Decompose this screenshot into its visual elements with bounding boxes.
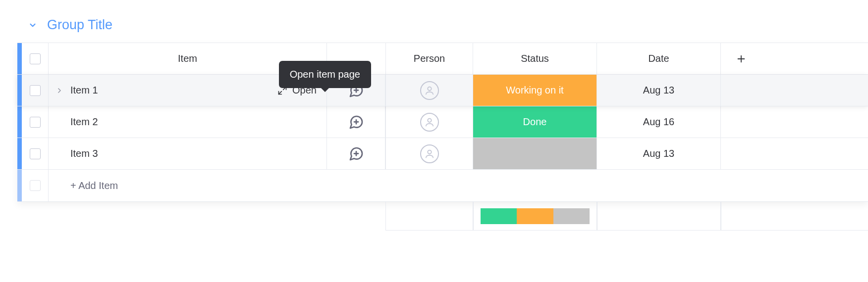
extra-summary-cell — [721, 202, 868, 231]
expand-subitems-icon[interactable] — [55, 87, 63, 94]
empty-cell — [721, 75, 868, 106]
date-cell[interactable]: Aug 13 — [597, 75, 721, 106]
collapse-group-icon[interactable] — [28, 21, 37, 30]
person-avatar-empty[interactable] — [420, 144, 439, 163]
empty-cell — [721, 106, 868, 138]
status-cell[interactable]: Working on it — [473, 75, 597, 106]
date-summary-cell[interactable] — [597, 202, 721, 231]
item-name-cell[interactable]: Item 1 Open item page Open — [49, 75, 327, 106]
add-item-row[interactable]: + Add Item — [17, 170, 868, 201]
group-header[interactable]: Group Title — [17, 17, 868, 33]
open-item-button[interactable]: Open item page Open — [277, 85, 317, 96]
person-cell[interactable] — [385, 138, 473, 169]
row-select-cell — [22, 170, 49, 201]
status-distribution-bar — [481, 208, 590, 224]
group-color-bar — [17, 138, 22, 169]
add-column-button[interactable] — [721, 43, 868, 74]
board-group: Group Title Item Person Status Date — [0, 0, 868, 231]
status-cell[interactable]: Done — [473, 106, 597, 138]
add-conversation-icon — [348, 146, 364, 162]
conversation-cell[interactable] — [327, 138, 385, 169]
person-cell[interactable] — [385, 75, 473, 106]
group-title[interactable]: Group Title — [47, 17, 112, 33]
svg-line-3 — [279, 91, 282, 94]
plus-icon — [736, 53, 747, 64]
column-header-item-label: Item — [178, 53, 197, 64]
tooltip: Open item page — [279, 61, 371, 88]
item-name[interactable]: Item 2 — [70, 116, 98, 128]
svg-point-12 — [428, 150, 431, 153]
status-seg-working — [517, 208, 553, 224]
add-item-label: + Add Item — [70, 180, 118, 191]
group-color-bar — [17, 75, 22, 106]
person-avatar-empty[interactable] — [420, 81, 439, 100]
group-color-bar — [17, 43, 22, 74]
item-name[interactable]: Item 1 — [70, 85, 98, 96]
table-row[interactable]: Item 1 Open item page Open Working on i — [17, 75, 868, 106]
add-item-input[interactable]: + Add Item — [49, 170, 868, 201]
table-row[interactable]: Item 2 Done Aug 16 — [17, 106, 868, 138]
group-color-bar — [17, 106, 22, 138]
date-value: Aug 13 — [643, 148, 674, 159]
svg-point-9 — [428, 118, 431, 122]
svg-point-6 — [428, 87, 431, 90]
status-summary-cell[interactable] — [473, 202, 597, 231]
row-checkbox — [30, 180, 41, 191]
person-icon — [424, 85, 435, 96]
row-select-cell[interactable] — [22, 138, 49, 169]
column-header-date-label: Date — [648, 53, 669, 64]
column-header-person-label: Person — [414, 53, 445, 64]
status-label: Done — [523, 116, 547, 128]
column-header-person[interactable]: Person — [385, 43, 473, 74]
person-icon — [424, 117, 435, 128]
status-cell[interactable] — [473, 138, 597, 169]
date-cell[interactable]: Aug 13 — [597, 138, 721, 169]
select-all-cell[interactable] — [22, 43, 49, 74]
person-cell[interactable] — [385, 106, 473, 138]
select-all-checkbox[interactable] — [30, 53, 41, 64]
status-seg-blank — [553, 208, 590, 224]
group-table: Item Person Status Date — [17, 43, 868, 202]
table-row[interactable]: Item 3 Aug 13 — [17, 138, 868, 170]
date-value: Aug 16 — [643, 116, 674, 128]
status-label: Working on it — [506, 85, 563, 96]
column-summary-row — [17, 202, 868, 231]
column-header-row: Item Person Status Date — [17, 43, 868, 75]
group-color-bar — [17, 170, 22, 201]
person-avatar-empty[interactable] — [420, 113, 439, 132]
column-header-status[interactable]: Status — [473, 43, 597, 74]
person-icon — [424, 148, 435, 159]
item-name-cell[interactable]: Item 2 — [49, 106, 327, 138]
person-summary-cell[interactable] — [385, 202, 473, 231]
date-value: Aug 13 — [643, 85, 674, 96]
row-select-cell[interactable] — [22, 106, 49, 138]
empty-cell — [721, 138, 868, 169]
item-name-cell[interactable]: Item 3 — [49, 138, 327, 169]
row-select-cell[interactable] — [22, 75, 49, 106]
status-seg-done — [481, 208, 517, 224]
tooltip-text: Open item page — [290, 69, 360, 80]
item-name[interactable]: Item 3 — [70, 148, 98, 159]
column-header-date[interactable]: Date — [597, 43, 721, 74]
conversation-cell[interactable] — [327, 106, 385, 138]
row-checkbox[interactable] — [30, 117, 41, 128]
column-header-status-label: Status — [521, 53, 549, 64]
row-checkbox[interactable] — [30, 85, 41, 96]
row-checkbox[interactable] — [30, 148, 41, 159]
add-conversation-icon — [348, 114, 364, 130]
date-cell[interactable]: Aug 16 — [597, 106, 721, 138]
